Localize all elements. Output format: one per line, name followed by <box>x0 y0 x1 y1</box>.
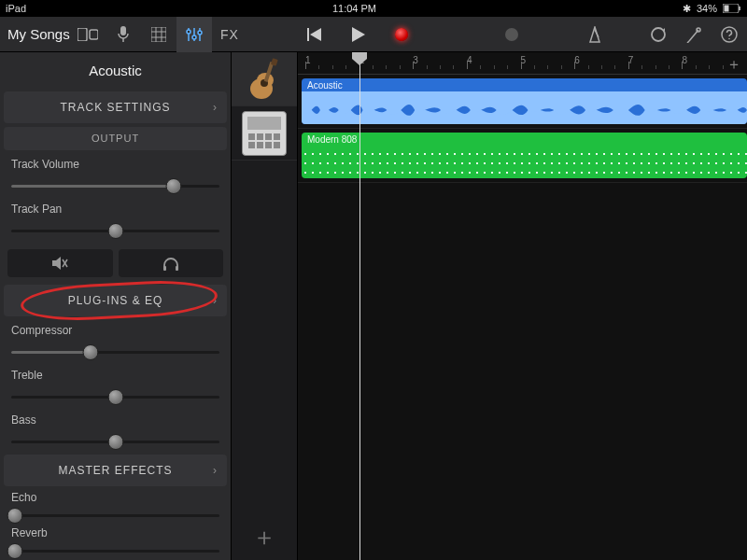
ruler-tick <box>709 65 710 69</box>
track-lane-modern-808[interactable]: Modern 808 <box>298 129 747 183</box>
transport-controls <box>298 27 528 42</box>
mic-button[interactable] <box>106 17 141 52</box>
track-header-acoustic[interactable] <box>232 52 297 106</box>
svg-rect-18 <box>307 28 309 41</box>
headphones-button[interactable] <box>119 249 224 277</box>
play-button[interactable] <box>352 27 365 42</box>
settings-button[interactable] <box>676 17 712 52</box>
track-inspector: Acoustic TRACK SETTINGS › OUTPUT Track V… <box>0 52 231 560</box>
echo-slider[interactable]: Echo <box>0 488 231 525</box>
loop-button[interactable] <box>641 17 676 52</box>
chevron-right-icon: › <box>213 294 218 307</box>
ruler-tick <box>696 65 697 69</box>
reverb-slider[interactable]: Reverb <box>0 525 231 560</box>
ruler-tick <box>601 65 602 69</box>
compressor-slider[interactable]: Compressor <box>0 318 231 363</box>
svg-marker-48 <box>352 52 367 65</box>
track-volume-label: Track Volume <box>11 158 219 171</box>
midi-notes-icon <box>302 149 747 175</box>
ruler-tick <box>682 62 683 69</box>
ruler-tick <box>440 65 441 69</box>
svg-point-27 <box>722 27 737 42</box>
svg-marker-29 <box>52 257 61 270</box>
track-controls-button[interactable] <box>176 17 212 52</box>
metronome-button[interactable] <box>577 17 613 52</box>
svg-point-23 <box>652 28 665 41</box>
svg-rect-47 <box>274 142 280 148</box>
ruler-tick <box>453 65 454 69</box>
svg-rect-46 <box>265 142 272 148</box>
master-effects-section[interactable]: MASTER EFFECTS › <box>4 455 227 486</box>
treble-slider[interactable]: Treble <box>0 363 231 408</box>
browser-view-button[interactable] <box>70 17 106 52</box>
region-acoustic[interactable]: Acoustic <box>302 78 747 124</box>
ruler-tick <box>427 65 428 69</box>
track-pan-slider[interactable]: Track Pan <box>0 197 231 242</box>
svg-rect-42 <box>265 133 272 140</box>
ruler-tick <box>574 62 575 69</box>
svg-line-26 <box>687 41 689 43</box>
my-songs-button[interactable]: My Songs <box>0 26 70 42</box>
track-volume-slider[interactable]: Track Volume <box>0 152 231 197</box>
svg-marker-19 <box>310 28 321 41</box>
drum-machine-icon <box>242 111 287 156</box>
master-volume-button[interactable] <box>505 28 518 41</box>
ruler-tick <box>400 65 401 69</box>
ruler-tick <box>534 65 535 69</box>
plugins-eq-section[interactable]: PLUG-INS & EQ › <box>4 285 227 316</box>
ruler-tick <box>413 62 414 69</box>
record-button[interactable] <box>395 28 408 41</box>
svg-rect-7 <box>151 27 166 42</box>
master-effects-label: MASTER EFFECTS <box>58 464 172 477</box>
svg-point-13 <box>187 30 190 34</box>
svg-point-15 <box>192 35 196 39</box>
track-header-modern-808[interactable] <box>232 106 297 161</box>
reverb-label: Reverb <box>11 526 219 539</box>
add-track-button[interactable]: ＋ <box>232 513 297 560</box>
ruler-tick <box>305 62 306 69</box>
track-settings-section[interactable]: TRACK SETTINGS › <box>4 91 227 123</box>
plus-icon: ＋ <box>252 521 276 553</box>
ruler-tick <box>373 65 374 69</box>
track-lane-acoustic[interactable]: Acoustic <box>298 75 747 129</box>
grid-view-button[interactable] <box>141 17 176 52</box>
svg-marker-20 <box>352 27 365 42</box>
status-right: ✱ 34% <box>683 3 741 15</box>
ruler-tick <box>669 65 669 69</box>
ruler-tick <box>345 65 346 69</box>
region-modern-808[interactable]: Modern 808 <box>302 133 747 178</box>
help-button[interactable] <box>712 17 747 52</box>
ruler-tick <box>655 65 656 69</box>
timeline[interactable]: ＋ 12345678 Acoustic Modern 808 <box>298 52 747 560</box>
svg-rect-39 <box>247 117 281 130</box>
inspector-track-name: Acoustic <box>0 52 231 90</box>
mute-button[interactable] <box>7 249 113 277</box>
bluetooth-icon: ✱ <box>683 3 691 15</box>
playhead[interactable] <box>359 52 360 560</box>
go-to-start-button[interactable] <box>307 28 322 41</box>
status-bar: iPad 11:04 PM ✱ 34% <box>0 0 747 17</box>
ruler-tick <box>614 65 615 69</box>
ruler-tick <box>547 65 548 69</box>
ruler-tick <box>318 65 319 69</box>
svg-rect-44 <box>248 142 255 148</box>
svg-rect-40 <box>248 133 255 140</box>
playhead-handle-icon <box>352 52 367 65</box>
bass-slider[interactable]: Bass <box>0 408 231 453</box>
svg-rect-41 <box>257 133 263 140</box>
ruler-tick <box>494 65 495 69</box>
output-header: OUTPUT <box>4 127 227 151</box>
svg-point-28 <box>728 37 730 39</box>
ruler-tick <box>723 65 724 69</box>
ruler-tick <box>332 65 333 69</box>
svg-point-17 <box>198 31 202 35</box>
track-settings-label: TRACK SETTINGS <box>60 101 170 114</box>
top-toolbar: My Songs FX <box>0 17 747 52</box>
chevron-right-icon: › <box>213 464 218 477</box>
ruler-tick <box>561 65 562 69</box>
ruler-tick <box>628 62 629 69</box>
fx-button[interactable]: FX <box>212 17 247 52</box>
svg-rect-43 <box>274 133 280 140</box>
track-header-column: ＋ <box>231 52 298 560</box>
add-section-button[interactable]: ＋ <box>726 55 741 75</box>
